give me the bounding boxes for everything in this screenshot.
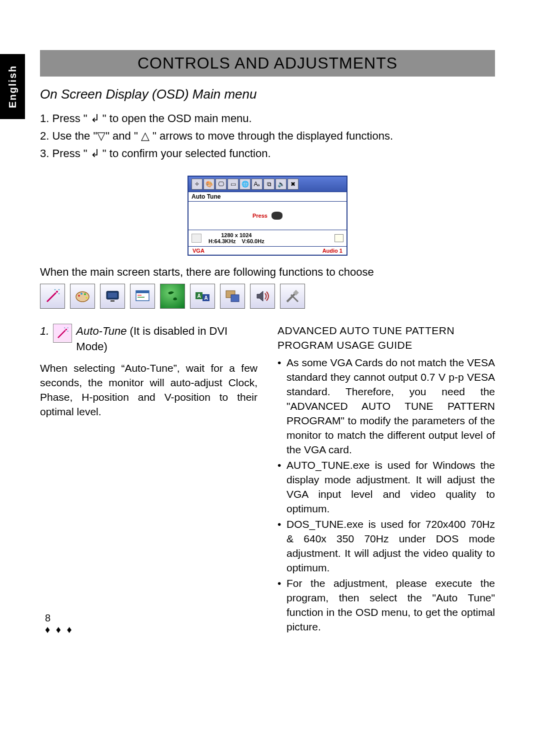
guide-bullet: For the adjustment, please execute the p… [278,576,495,634]
guide-bullet: DOS_TUNE.exe is used for 720x400 70Hz & … [278,517,495,575]
step-2: 2. Use the "▽" and " △ " arrows to move … [40,128,495,144]
globe-icon: 🌐 [240,179,250,190]
svg-point-3 [54,289,56,291]
left-column: 1. Auto-Tune (It is disabled in DVI Mode… [40,324,258,635]
globe-icon [160,284,185,309]
svg-rect-11 [108,293,117,298]
svg-point-4 [58,293,60,295]
osd-window: ✧ 🎨 🖵 ▭ 🌐 Aₐ ⧉ 🔈 ✖ Auto Tune Press 1280 … [188,176,348,256]
section-heading: CONTROLS AND ADJUSTMENTS [45,54,490,73]
svg-rect-16 [138,297,144,298]
aa-boxes-icon: AA [190,284,215,309]
aa-boxes-icon: Aₐ [252,179,262,190]
wand-icon [53,324,72,343]
pip-icon: ⧉ [264,179,274,190]
osd-resolution: 1280 x 1024 [221,232,252,238]
svg-line-0 [47,293,56,302]
svg-text:A: A [204,295,208,301]
svg-point-1 [56,291,58,293]
subsection-heading: On Screen Display (OSD) Main menu [40,87,495,102]
pip-icon [220,284,245,309]
guide-heading: ADVANCED AUTO TUNE PATTERN PROGRAM USAGE… [278,324,495,353]
speaker-icon [250,284,275,309]
status-speaker-icon [334,234,344,242]
guide-bullet-list: As some VGA Cards do not match the VESA … [278,356,495,634]
svg-point-7 [80,293,82,295]
osd-vfreq: V:60.0Hz [242,238,264,244]
page-number: 8 [45,612,74,624]
palette-icon: 🎨 [204,179,214,190]
wand-icon [40,284,65,309]
svg-point-17 [166,289,180,303]
svg-rect-14 [136,291,149,293]
svg-point-29 [68,327,68,328]
svg-point-8 [84,293,86,295]
auto-tune-description: When selecting “Auto-Tune”, wait for a f… [40,361,258,419]
svg-point-30 [64,327,65,328]
status-thumb-icon [192,234,202,243]
window-icon [130,284,155,309]
press-label: Press [252,213,268,219]
svg-line-27 [58,330,66,338]
enter-icon [272,212,282,220]
svg-point-6 [78,295,80,297]
palette-icon [70,284,95,309]
osd-selected-label: Auto Tune [188,192,346,202]
guide-bullet: AUTO_TUNE.exe is used for Windows the di… [278,458,495,516]
tools-icon [280,284,305,309]
item-title: Auto-Tune [76,325,126,337]
osd-source-left: VGA [192,248,204,254]
svg-line-26 [291,295,298,302]
svg-point-5 [76,292,89,302]
svg-rect-15 [138,295,142,296]
footer-ornament: ♦ ♦ ♦ [45,624,74,635]
osd-source-right: Audio 1 [322,248,342,254]
svg-point-9 [86,297,88,299]
osd-source-bar: VGA Audio 1 [188,246,346,255]
svg-rect-12 [110,300,114,302]
page-footer: 8 ♦ ♦ ♦ [45,612,74,635]
monitor-icon: 🖵 [216,179,226,190]
right-column: ADVANCED AUTO TUNE PATTERN PROGRAM USAGE… [278,324,495,635]
step-1: 1. Press " ↲ " to open the OSD main menu… [40,110,495,127]
osd-steps: 1. Press " ↲ " to open the OSD main menu… [40,110,495,162]
osd-icon-bar: ✧ 🎨 🖵 ▭ 🌐 Aₐ ⧉ 🔈 ✖ [188,177,346,192]
svg-point-31 [68,331,68,332]
osd-hfreq: H:64.3KHz [208,238,236,244]
svg-point-28 [66,329,67,330]
svg-point-2 [58,289,60,291]
osd-press-area: Press [188,202,346,230]
step-3: 3. Press " ↲ " to confirm your selected … [40,145,495,162]
speaker-icon: 🔈 [276,179,286,190]
wand-icon: ✧ [192,179,202,190]
svg-rect-23 [231,295,239,302]
svg-text:A: A [197,293,200,299]
guide-bullet: As some VGA Cards do not match the VESA … [278,356,495,457]
section-heading-bar: CONTROLS AND ADJUSTMENTS [40,50,495,77]
osd-function-icon-row: AA [40,284,495,309]
functions-intro-text: When the main screen starts, there are f… [40,266,495,279]
window-icon: ▭ [228,179,238,190]
item-number: 1. [40,324,49,339]
osd-status-bar: 1280 x 1024 H:64.3KHz V:60.0Hz [188,230,346,246]
tools-icon: ✖ [288,179,298,190]
monitor-icon [100,284,125,309]
